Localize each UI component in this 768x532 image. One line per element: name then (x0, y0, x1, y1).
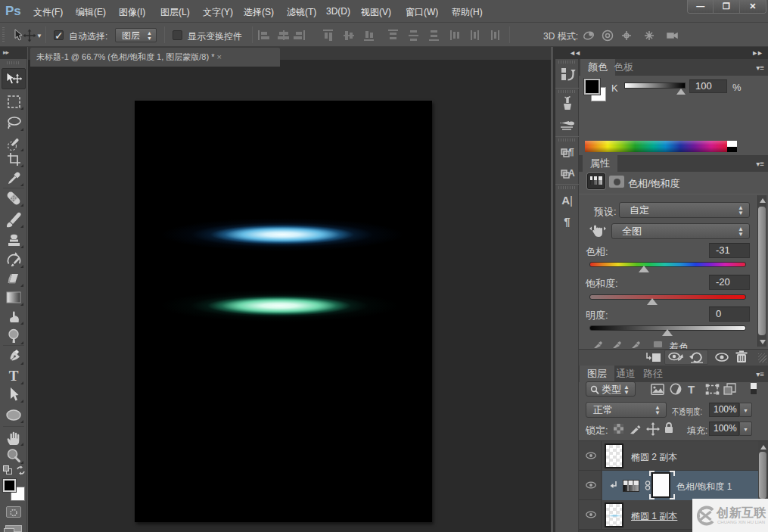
svg-text:A: A (568, 168, 575, 179)
svg-text:¶: ¶ (568, 146, 574, 157)
